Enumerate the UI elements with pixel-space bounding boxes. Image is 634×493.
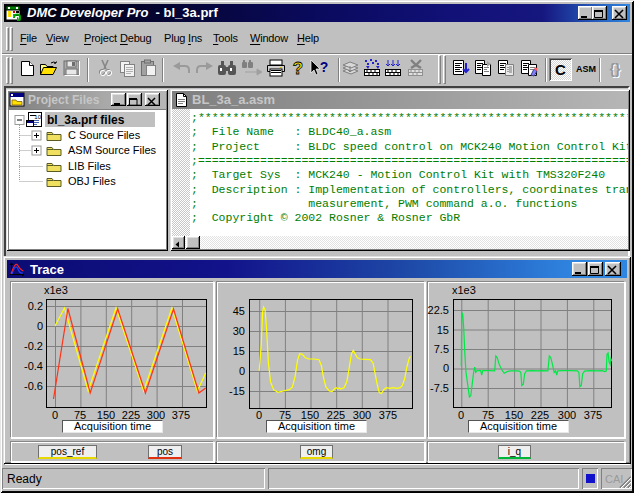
svg-text:10: 10 bbox=[34, 114, 41, 120]
svg-text:?: ? bbox=[293, 59, 303, 77]
svg-text:?: ? bbox=[320, 59, 329, 75]
